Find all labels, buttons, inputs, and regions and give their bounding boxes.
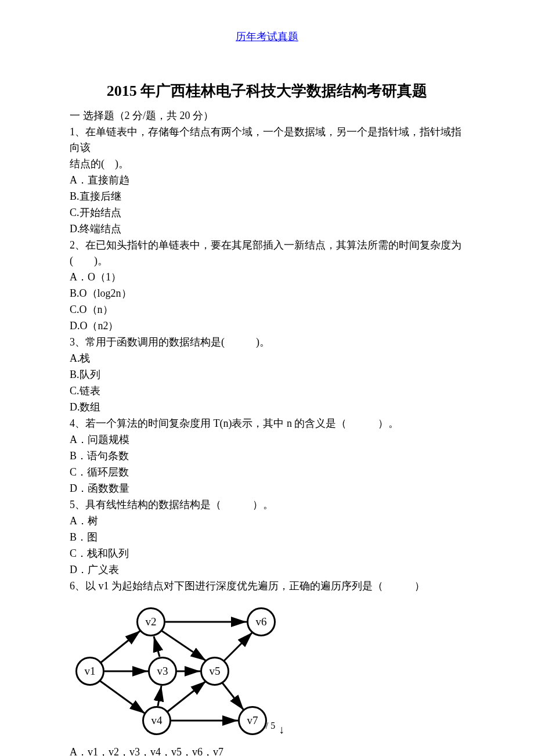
graph-node-label: v6 xyxy=(256,614,267,631)
svg-line-7 xyxy=(158,686,161,706)
q3-option-d: D.数组 xyxy=(70,399,464,415)
q1-option-c: C.开始结点 xyxy=(70,205,464,221)
q2-option-c: C.O（n） xyxy=(70,302,464,318)
q1-option-a: A．直接前趋 xyxy=(70,172,464,188)
q5-option-a: A．树 xyxy=(70,513,464,529)
q5-stem: 5、具有线性结构的数据结构是（ ）。 xyxy=(70,497,464,513)
graph-node-v4: v4 xyxy=(142,706,171,735)
q3-option-b: B.队列 xyxy=(70,367,464,383)
q2-option-a: A．O（1） xyxy=(70,269,464,285)
q4-option-c: C．循环层数 xyxy=(70,465,464,480)
q4-option-a: A．问题规模 xyxy=(70,432,464,448)
q1-option-b: B.直接后继 xyxy=(70,189,464,204)
graph-node-v1: v1 xyxy=(75,657,104,686)
svg-line-2 xyxy=(99,680,145,714)
graph-node-v3: v3 xyxy=(148,657,177,686)
q6-graph: v1 v2 v3 v4 v5 v6 v7 ↓ xyxy=(70,599,290,744)
q5-option-c: C．栈和队列 xyxy=(70,546,464,561)
svg-line-10 xyxy=(223,632,252,661)
section-heading: 一 选择题（2 分/题，共 20 分） xyxy=(70,108,464,124)
graph-node-v6: v6 xyxy=(247,607,276,636)
q1-option-d: D.终端结点 xyxy=(70,221,464,237)
q5-option-b: B．图 xyxy=(70,530,464,545)
graph-node-v7: v7 xyxy=(238,706,267,735)
q2-stem: 2、在已知头指针的单链表中，要在其尾部插入一新结点，其算法所需的时间复杂度为( … xyxy=(70,237,464,269)
header-link[interactable]: 历年考试真题 xyxy=(70,29,464,45)
svg-line-11 xyxy=(222,683,244,710)
page-title: 2015 年广西桂林电子科技大学数据结构考研真题 xyxy=(70,80,464,102)
q3-option-c: C.链表 xyxy=(70,383,464,399)
graph-node-label: v4 xyxy=(151,712,163,729)
q4-stem: 4、若一个算法的时间复杂度用 T(n)表示，其中 n 的含义是（ ）。 xyxy=(70,416,464,431)
q5-option-d: D．广义表 xyxy=(70,562,464,578)
q2-option-b: B.O（log2n） xyxy=(70,286,464,301)
svg-line-0 xyxy=(99,631,140,664)
q1-stem-line2: 结点的( )。 xyxy=(70,156,464,172)
svg-line-5 xyxy=(154,636,160,657)
q4-option-b: B．语句条数 xyxy=(70,448,464,464)
graph-node-v2: v2 xyxy=(136,607,165,636)
q1-stem-line1: 1、在单链表中，存储每个结点有两个域，一个是数据域，另一个是指针域，指针域指向该 xyxy=(70,124,464,156)
graph-node-label: v7 xyxy=(247,712,258,729)
svg-line-8 xyxy=(167,681,206,712)
svg-line-4 xyxy=(161,631,206,661)
q2-option-d: D.O（n2） xyxy=(70,318,464,334)
q3-stem: 3、常用于函数调用的数据结构是( )。 xyxy=(70,334,464,350)
q6-option-a: A．v1，v2，v3，v4，v5，v6，v7 xyxy=(70,744,464,756)
graph-node-label: v1 xyxy=(85,663,96,680)
q3-option-a: A.栈 xyxy=(70,351,464,366)
graph-node-label: v5 xyxy=(210,663,221,680)
graph-node-label: v2 xyxy=(146,614,157,631)
graph-node-v5: v5 xyxy=(200,657,229,686)
graph-node-label: v3 xyxy=(157,663,168,680)
q6-stem: 6、以 v1 为起始结点对下图进行深度优先遍历，正确的遍历序列是（ ） xyxy=(70,578,464,594)
q4-option-d: D．函数数量 xyxy=(70,481,464,496)
